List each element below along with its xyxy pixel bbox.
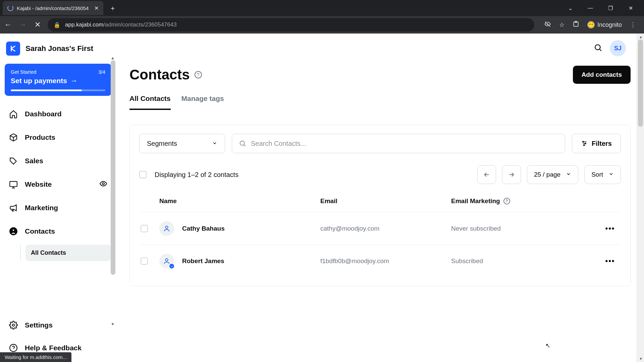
col-name: Name [159,197,320,205]
sidebar-item-marketing[interactable]: Marketing [5,196,111,219]
page-tabs: All Contacts Manage tags [129,95,631,110]
scroll-up-arrow-icon[interactable]: ▲ [111,56,115,60]
per-page-dropdown[interactable]: 25 / page [527,165,578,184]
url-box[interactable]: 🔒 app.kajabi.com/admin/contacts/23605476… [48,18,534,32]
sidebar-item-website[interactable]: Website [5,173,111,196]
bookmark-star-icon[interactable]: ☆ [559,21,565,28]
global-search-button[interactable] [594,43,602,53]
brand[interactable]: Sarah Jonas's First [0,36,116,64]
tab-search-chevron-icon[interactable]: ⌄ [565,5,576,11]
sidebar-item-sales[interactable]: Sales [5,149,111,172]
svg-point-14 [165,259,168,261]
address-bar-icons: ☆ 😶 Incognito ⋮ [540,21,641,29]
sidebar-subnav: All Contacts [20,245,111,261]
progress-bar [11,89,105,91]
sort-dropdown[interactable]: Sort [584,165,621,184]
contact-name: Robert James [182,257,224,265]
row-checkbox[interactable] [141,225,148,232]
prev-page-button[interactable] [477,165,496,184]
contact-name: Cathy Bahaus [182,225,225,232]
chevron-down-icon [566,171,571,178]
tab-all-contacts[interactable]: All Contacts [129,95,171,110]
tag-icon [9,156,18,166]
close-tab-icon[interactable]: ✕ [94,5,99,11]
row-actions-menu[interactable]: ••• [601,224,620,233]
svg-rect-2 [10,181,17,186]
close-window-icon[interactable]: ✕ [625,5,636,11]
segments-dropdown[interactable]: Segments [139,134,225,153]
contacts-table: Name Email Email Marketing ? Cathy Baha [139,197,621,277]
browser-tab[interactable]: Kajabi - /admin/contacts/236054 ✕ [3,1,103,15]
stop-reload-button[interactable]: ✕ [33,20,42,29]
sidebar: Sarah Jonas's First Get Started 3/4 Set … [0,34,116,362]
row-actions-menu[interactable]: ••• [601,257,620,265]
svg-point-5 [12,229,15,232]
scroll-down-arrow-icon[interactable]: ▼ [111,322,115,326]
search-contacts-box[interactable] [232,134,565,153]
eye-icon[interactable] [99,180,107,189]
back-button[interactable]: ← [3,20,13,29]
svg-point-3 [102,183,104,185]
app: Sarah Jonas's First Get Started 3/4 Set … [0,34,644,362]
sidebar-scrollbar[interactable]: ▲ ▼ [109,60,116,322]
forward-button[interactable]: → [18,20,28,29]
window-controls: ⌄ ― ❐ ✕ [565,5,641,11]
table-row[interactable]: Robert James f1bdfb0b@moodjoy.com Subscr… [139,245,621,277]
box-icon [9,133,18,142]
home-icon [9,109,18,119]
svg-point-13 [165,226,168,229]
scroll-down-arrow-icon[interactable]: ▼ [639,357,643,361]
filters-button[interactable]: Filters [572,134,621,153]
user-avatar[interactable]: SJ [610,40,626,56]
tab-bar: Kajabi - /admin/contacts/236054 ✕ ＋ ⌄ ― … [0,0,644,16]
next-page-button[interactable] [502,165,521,184]
megaphone-icon [9,203,18,213]
brand-name: Sarah Jonas's First [25,44,93,53]
contact-avatar-icon [159,221,174,236]
scrollbar-thumb[interactable] [638,40,643,127]
row-checkbox[interactable] [141,257,148,265]
contact-status: Subscribed [451,257,601,265]
kebab-menu-icon[interactable]: ⋮ [630,21,636,28]
get-started-card[interactable]: Get Started 3/4 Set up payments → [5,64,111,96]
maximize-icon[interactable]: ❐ [605,5,616,11]
help-tooltip-icon[interactable]: ? [195,71,202,78]
sidebar-item-dashboard[interactable]: Dashboard [5,103,111,125]
search-contacts-input[interactable] [251,140,558,147]
address-bar: ← → ✕ 🔒 app.kajabi.com/admin/contacts/23… [0,16,644,34]
minimize-icon[interactable]: ― [585,5,596,11]
extensions-icon[interactable] [573,21,579,29]
sidebar-item-settings[interactable]: Settings [5,314,111,337]
verified-badge-icon [169,263,175,269]
main-content: SJ Contacts ? Add contacts All Contacts … [116,34,644,362]
svg-point-9 [240,141,245,145]
scroll-up-arrow-icon[interactable]: ▲ [639,35,643,39]
add-contacts-button[interactable]: Add contacts [573,66,631,84]
contact-email: f1bdfb0b@moodjoy.com [320,257,451,265]
sidebar-item-contacts[interactable]: Contacts [5,220,111,243]
mouse-cursor-icon: ↖ [545,342,550,349]
arrow-right-icon: → [70,77,77,85]
eye-off-icon[interactable] [544,21,551,29]
card-toolbar: Segments Filters [139,134,621,153]
browser-status-bar: Waiting for m.addthis.com... [0,352,71,362]
loading-spinner-icon [7,5,13,11]
incognito-badge[interactable]: 😶 Incognito [587,21,622,28]
help-tooltip-icon[interactable]: ? [503,198,510,204]
table-header: Name Email Email Marketing ? [139,197,621,212]
page-scrollbar[interactable]: ▲ ▼ [637,34,644,362]
lock-icon: 🔒 [54,22,60,28]
contact-email: cathy@moodjoy.com [320,225,451,232]
col-email-marketing: Email Marketing ? [451,197,601,205]
table-row[interactable]: Cathy Bahaus cathy@moodjoy.com Never sub… [139,212,621,245]
new-tab-button[interactable]: ＋ [109,4,116,13]
get-started-action: Set up payments [11,77,67,85]
sidebar-subitem-all-contacts[interactable]: All Contacts [25,245,111,261]
list-info-bar: Displaying 1–2 of 2 contacts 25 / page S… [139,165,621,184]
sidebar-item-products[interactable]: Products [5,126,111,149]
tab-manage-tags[interactable]: Manage tags [181,95,224,110]
page-title: Contacts [129,67,190,83]
scrollbar-thumb[interactable] [111,60,115,275]
sliders-icon [581,140,588,147]
select-all-checkbox[interactable] [139,171,147,178]
